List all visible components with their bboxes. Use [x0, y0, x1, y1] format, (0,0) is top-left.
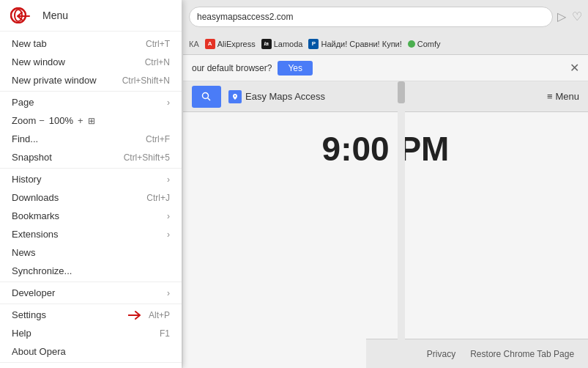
- bookmarks-arrow: ›: [167, 211, 170, 221]
- developer-label: Developer: [12, 287, 167, 298]
- menu-item-extensions[interactable]: Extensions ›: [0, 225, 182, 243]
- scrollbar-thumb[interactable]: [398, 81, 405, 103]
- bookmark-p[interactable]: P Найди! Сравни! Купи!: [308, 39, 401, 49]
- easymaps-logo-icon: [228, 90, 242, 103]
- menu-item-news[interactable]: News: [0, 243, 182, 262]
- bookmark-aliexpress[interactable]: A AliExpress: [205, 39, 256, 49]
- easymaps-title: Easy Maps Access: [245, 91, 325, 102]
- new-private-window-label: New private window: [12, 75, 116, 86]
- new-tab-label: New tab: [12, 38, 140, 49]
- svg-line-1: [208, 97, 211, 100]
- settings-arrow-icon: [128, 310, 143, 320]
- bookmarks-label: Bookmarks: [12, 210, 167, 221]
- developer-arrow: ›: [167, 288, 170, 298]
- menu-item-bookmarks[interactable]: Bookmarks ›: [0, 207, 182, 225]
- clock-display: 9:00 PM: [183, 112, 588, 185]
- clock-time: 9:00 PM: [322, 129, 450, 169]
- zoom-plus-button[interactable]: +: [78, 115, 83, 126]
- arrow-indicator: [16, 10, 31, 22]
- zoom-value: 100%: [49, 115, 73, 126]
- bookmark-comfy[interactable]: Comfy: [408, 40, 441, 48]
- find-label: Find...: [12, 133, 140, 144]
- menu-item-downloads[interactable]: Downloads Ctrl+J: [0, 188, 182, 207]
- menu-item-help[interactable]: Help F1: [0, 324, 182, 342]
- help-label: Help: [12, 328, 154, 339]
- snapshot-label: Snapshot: [12, 152, 118, 163]
- menu-item-new-private-window[interactable]: New private window Ctrl+Shift+N: [0, 71, 182, 89]
- snapshot-shortcut: Ctrl+Shift+5: [124, 152, 170, 163]
- heart-icon[interactable]: ♡: [572, 10, 582, 23]
- history-label: History: [12, 174, 167, 185]
- help-shortcut: F1: [160, 328, 170, 339]
- default-browser-banner: our default browser? Yes ✕: [183, 55, 588, 81]
- page-arrow: ›: [167, 97, 170, 108]
- hamburger-menu[interactable]: ≡ Menu: [547, 91, 579, 102]
- new-private-window-shortcut: Ctrl+Shift+N: [122, 76, 170, 86]
- send-icon[interactable]: ▷: [557, 10, 566, 23]
- restore-link[interactable]: Restore Chrome Tab Page: [470, 349, 574, 359]
- settings-label: Settings: [12, 309, 122, 320]
- menu-header: Menu: [0, 0, 182, 32]
- svg-point-0: [203, 92, 209, 98]
- menu-overlay: Menu New tab Ctrl+T New window Ctrl+N Ne…: [0, 0, 182, 368]
- menu-item-snapshot[interactable]: Snapshot Ctrl+Shift+5: [0, 148, 182, 166]
- new-window-label: New window: [12, 56, 139, 67]
- browser-toolbar: heasymapsaccess2.com ▷ ♡: [183, 0, 588, 33]
- menu-item-synchronize[interactable]: Synchronize...: [0, 262, 182, 280]
- menu-label: Menu: [555, 91, 579, 102]
- toolbar-icons: ▷ ♡: [557, 10, 582, 23]
- page-label: Page: [12, 97, 167, 108]
- privacy-link[interactable]: Privacy: [427, 349, 455, 359]
- extensions-arrow: ›: [167, 229, 170, 240]
- menu-item-new-tab[interactable]: New tab Ctrl+T: [0, 34, 182, 53]
- menu-item-page[interactable]: Page ›: [0, 91, 182, 111]
- menu-item-developer[interactable]: Developer ›: [0, 281, 182, 302]
- page-content: Easy Maps Access ≡ Menu 9:00 PM Privacy …: [183, 81, 588, 368]
- extensions-label: Extensions: [12, 229, 167, 240]
- zoom-minus-button[interactable]: −: [39, 115, 45, 126]
- news-label: News: [12, 247, 170, 258]
- menu-items-list: New tab Ctrl+T New window Ctrl+N New pri…: [0, 32, 182, 368]
- comfy-icon: [408, 40, 415, 48]
- menu-item-new-window[interactable]: New window Ctrl+N: [0, 53, 182, 71]
- close-banner-button[interactable]: ✕: [570, 61, 579, 75]
- bookmark-ka[interactable]: КА: [189, 40, 199, 48]
- menu-item-find[interactable]: Find... Ctrl+F: [0, 130, 182, 148]
- search-icon: [201, 92, 212, 102]
- find-shortcut: Ctrl+F: [146, 134, 170, 144]
- default-browser-text: our default browser?: [192, 63, 272, 73]
- menu-item-about-opera[interactable]: About Opera: [0, 342, 182, 361]
- zoom-label: Zoom: [12, 115, 36, 126]
- downloads-label: Downloads: [12, 192, 141, 203]
- settings-shortcut: Alt+P: [149, 310, 170, 320]
- easymaps-header: Easy Maps Access ≡ Menu: [183, 81, 588, 112]
- address-bar[interactable]: heasymapsaccess2.com: [189, 7, 553, 27]
- yes-button[interactable]: Yes: [278, 61, 313, 76]
- easymaps-logo: Easy Maps Access: [228, 90, 325, 103]
- menu-title: Menu: [42, 10, 68, 21]
- bookmarks-bar: КА A AliExpress la Lamoda P Найди! Сравн…: [183, 33, 588, 55]
- menu-item-exit[interactable]: Exit Ctrl+Shift+X: [0, 362, 182, 368]
- menu-item-history[interactable]: History ›: [0, 168, 182, 188]
- history-arrow: ›: [167, 174, 170, 185]
- scrollbar[interactable]: [398, 81, 405, 368]
- new-tab-shortcut: Ctrl+T: [146, 39, 170, 49]
- lamoda-icon: la: [261, 39, 272, 49]
- p-icon: P: [308, 39, 319, 49]
- search-button-blue[interactable]: [192, 86, 221, 108]
- aliexpress-icon: A: [205, 39, 215, 49]
- bookmark-lamoda[interactable]: la Lamoda: [261, 39, 303, 49]
- synchronize-label: Synchronize...: [12, 265, 170, 276]
- new-window-shortcut: Ctrl+N: [145, 57, 170, 67]
- downloads-shortcut: Ctrl+J: [146, 193, 170, 203]
- menu-item-zoom: Zoom − 100% + ⊞: [0, 111, 182, 130]
- hamburger-icon: ≡: [547, 91, 553, 102]
- menu-item-settings[interactable]: Settings Alt+P: [0, 303, 182, 324]
- zoom-fullscreen-button[interactable]: ⊞: [88, 116, 95, 126]
- about-opera-label: About Opera: [12, 346, 170, 357]
